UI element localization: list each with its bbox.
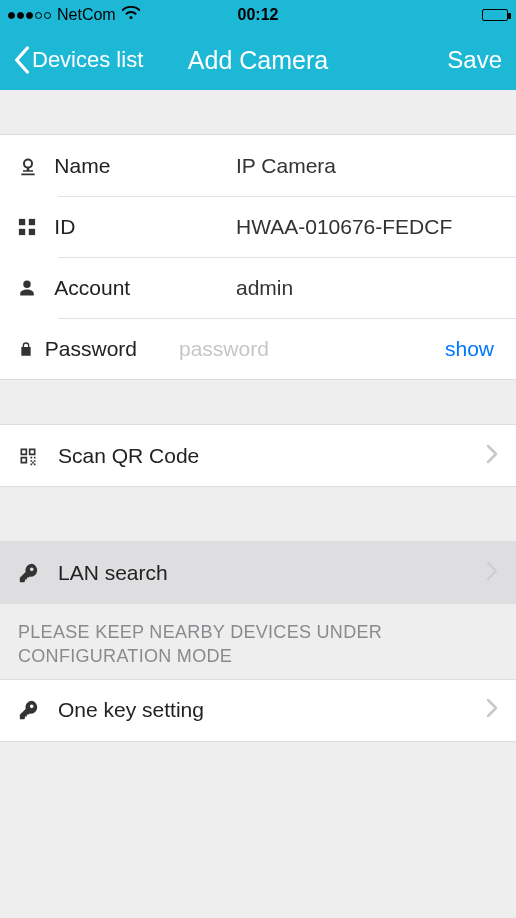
camera-icon [18, 156, 54, 176]
chevron-right-icon [486, 444, 498, 468]
one-key-label: One key setting [58, 698, 486, 722]
battery-icon [482, 9, 508, 21]
qrcode-icon [18, 446, 58, 466]
account-row[interactable]: Account [0, 257, 516, 318]
scan-qr-section: Scan QR Code [0, 424, 516, 487]
account-input[interactable] [236, 276, 498, 300]
chevron-right-icon [486, 698, 498, 722]
svg-rect-2 [19, 228, 25, 234]
save-button[interactable]: Save [447, 46, 502, 74]
name-label: Name [54, 154, 236, 178]
name-row[interactable]: Name [0, 135, 516, 196]
user-icon [18, 278, 54, 298]
password-label: Password [45, 337, 179, 361]
lan-search-section: LAN search [0, 541, 516, 604]
lock-icon [18, 339, 45, 359]
back-button[interactable]: Devices list [14, 46, 143, 74]
setup-group: LAN search PLEASE KEEP NEARBY DEVICES UN… [0, 541, 516, 742]
nav-bar: Devices list Add Camera Save [0, 30, 516, 90]
svg-rect-0 [19, 218, 25, 224]
status-right [482, 9, 508, 21]
back-label: Devices list [32, 47, 143, 73]
status-bar: NetCom 00:12 [0, 0, 516, 30]
config-mode-note: PLEASE KEEP NEARBY DEVICES UNDER CONFIGU… [0, 604, 516, 679]
scan-qr-row[interactable]: Scan QR Code [0, 425, 516, 486]
key-icon [18, 699, 58, 721]
password-row[interactable]: Password show [0, 318, 516, 379]
grid-icon [18, 218, 54, 236]
svg-rect-3 [29, 228, 35, 234]
svg-rect-1 [29, 218, 35, 224]
name-input[interactable] [236, 154, 498, 178]
key-icon [18, 562, 58, 584]
lan-search-row[interactable]: LAN search [0, 542, 516, 603]
chevron-right-icon [486, 561, 498, 585]
chevron-left-icon [14, 46, 30, 74]
account-label: Account [54, 276, 236, 300]
one-key-section: One key setting [0, 679, 516, 742]
show-password-button[interactable]: show [441, 337, 498, 361]
one-key-row[interactable]: One key setting [0, 680, 516, 741]
id-input[interactable] [236, 215, 498, 239]
lan-search-label: LAN search [58, 561, 486, 585]
status-time: 00:12 [0, 6, 516, 24]
id-row[interactable]: ID [0, 196, 516, 257]
password-input[interactable] [179, 337, 441, 361]
id-label: ID [54, 215, 236, 239]
scan-qr-label: Scan QR Code [58, 444, 486, 468]
camera-form-section: Name ID Account Password show [0, 134, 516, 380]
